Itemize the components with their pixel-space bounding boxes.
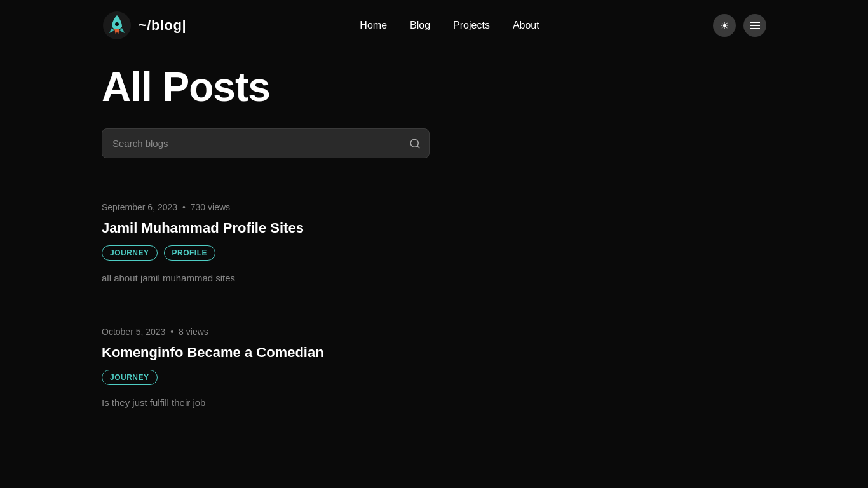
post-meta-1: September 6, 2023 • 730 views xyxy=(102,202,766,212)
search-icon xyxy=(409,138,421,149)
search-input[interactable] xyxy=(102,128,430,158)
blog-post-2: October 5, 2023 • 8 views Komenginfo Bec… xyxy=(102,327,766,421)
post-excerpt-2: Is they just fulfill their job xyxy=(102,395,766,410)
search-button[interactable] xyxy=(409,138,421,149)
svg-point-1 xyxy=(115,22,119,26)
page-title: All Posts xyxy=(102,64,766,111)
theme-toggle-button[interactable]: ☀ xyxy=(713,14,736,37)
post-meta-2: October 5, 2023 • 8 views xyxy=(102,327,766,337)
nav-blog[interactable]: Blog xyxy=(410,20,430,31)
menu-bar-2 xyxy=(750,25,760,26)
menu-bar-3 xyxy=(750,28,760,29)
sun-icon: ☀ xyxy=(720,20,729,32)
meta-dot-2: • xyxy=(170,327,173,337)
post-date-1: September 6, 2023 xyxy=(102,202,177,212)
brand-logo-link[interactable]: ~/blog| xyxy=(102,10,186,41)
post-title-2[interactable]: Komenginfo Became a Comedian xyxy=(102,344,766,361)
post-excerpt-1: all about jamil muhammad sites xyxy=(102,271,766,286)
menu-bar-1 xyxy=(750,22,760,23)
post-tags-1: JOURNEY PROFILE xyxy=(102,245,766,261)
nav-about[interactable]: About xyxy=(513,20,539,31)
brand-title: ~/blog| xyxy=(139,17,186,34)
rocket-logo-icon xyxy=(102,10,132,41)
main-content: All Posts September 6, 2023 • 730 views … xyxy=(0,64,868,421)
navbar: ~/blog| Home Blog Projects About ☀ xyxy=(0,0,868,51)
nav-links: Home Blog Projects About xyxy=(360,20,539,31)
meta-dot-1: • xyxy=(182,202,186,212)
mobile-menu-button[interactable] xyxy=(743,14,766,37)
post-date-2: October 5, 2023 xyxy=(102,327,165,337)
nav-home[interactable]: Home xyxy=(360,20,387,31)
post-tags-2: JOURNEY xyxy=(102,370,766,385)
post-title-1[interactable]: Jamil Muhammad Profile Sites xyxy=(102,220,766,236)
svg-line-3 xyxy=(417,146,419,147)
post-views-2: 8 views xyxy=(179,327,208,337)
content-divider xyxy=(102,179,766,179)
blog-post-1: September 6, 2023 • 730 views Jamil Muha… xyxy=(102,202,766,296)
post-views-1: 730 views xyxy=(191,202,230,212)
tag-journey-2[interactable]: JOURNEY xyxy=(102,370,158,385)
tag-profile-1[interactable]: PROFILE xyxy=(164,245,216,261)
nav-projects[interactable]: Projects xyxy=(453,20,490,31)
search-container xyxy=(102,128,430,158)
navbar-actions: ☀ xyxy=(713,14,766,37)
tag-journey-1[interactable]: JOURNEY xyxy=(102,245,158,261)
